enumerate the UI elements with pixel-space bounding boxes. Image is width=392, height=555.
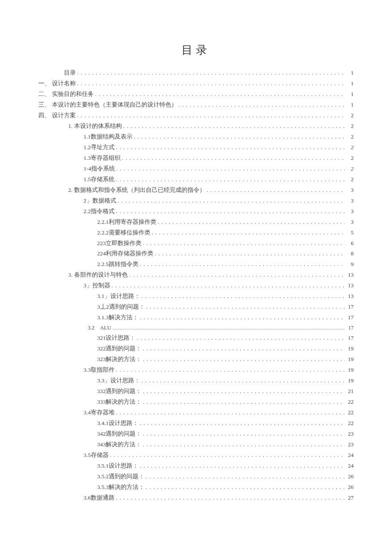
toc-prefix: 3. — [68, 270, 74, 280]
toc-text: 3.1」设计思路： — [97, 291, 140, 302]
toc-entry: 323解决的方法：19 — [38, 354, 354, 365]
toc-entry: 224利用存储器操作类8 — [38, 249, 354, 259]
toc-leader-dots — [116, 206, 345, 217]
toc-prefix: 三、 — [38, 100, 52, 110]
toc-page-number: 1 — [346, 68, 354, 78]
toc-entry: 3.3」设计思路：19 — [38, 376, 354, 386]
toc-text: 223立即数操作类 — [97, 238, 141, 249]
toc-leader-dots — [129, 270, 345, 280]
toc-leader-dots — [122, 153, 345, 164]
toc-text: 1.2寻址方式 — [84, 142, 115, 153]
toc-entry: 一、设计名称1 — [38, 78, 354, 89]
toc-page-number: 22 — [346, 418, 354, 429]
toc-page-number: 1 — [346, 89, 354, 100]
toc-entry: 342遇到的问题：23 — [38, 429, 354, 439]
toc-page-number: 6 — [346, 238, 354, 249]
toc-page-number: 17 — [346, 302, 354, 312]
toc-text: 目录 — [64, 68, 76, 78]
toc-entry: 3.5.3解决的方法：26 — [38, 482, 354, 493]
toc-leader-dots — [116, 164, 345, 174]
toc-leader-dots — [116, 408, 345, 418]
toc-text: 各部件的设计与特色 — [74, 270, 128, 280]
toc-entry: 3.4.1设计思路：22 — [38, 418, 354, 429]
toc-page-number: 8 — [346, 249, 354, 259]
toc-text: 3.3取指部件 — [84, 365, 115, 376]
toc-page-number: 13 — [346, 280, 354, 291]
toc-text: 本设计的主要特色（主要体现自己的设计特色） — [52, 100, 177, 110]
toc-page-number: 19 — [346, 365, 354, 376]
toc-leader-dots — [112, 280, 345, 291]
toc-leader-dots — [77, 110, 345, 121]
toc-leader-dots — [155, 249, 345, 259]
toc-entry: 三、本设计的主要特色（主要体现自己的设计特色）1 — [38, 100, 354, 110]
toc-page-number: 2 — [346, 132, 354, 142]
toc-leader-dots — [116, 142, 345, 153]
toc-text: 3」控制器 — [84, 280, 110, 291]
toc-page-number: 21 — [346, 386, 354, 397]
toc-entry: 3.1.3解决方法：17 — [38, 312, 354, 323]
toc-leader-dots — [146, 302, 345, 312]
toc-page-number: 22 — [346, 397, 354, 408]
toc-entry: 3.3取指部件19 — [38, 365, 354, 376]
toc-page-number: 27 — [346, 493, 354, 503]
page-title: 目录 — [38, 43, 354, 58]
toc-entry: 3.5存储器24 — [38, 450, 354, 461]
toc-text: 322遇到的问题： — [97, 344, 141, 354]
toc-leader-dots — [116, 174, 345, 185]
toc-page-number: 19 — [346, 354, 354, 365]
toc-entry: 2.数据格式和指令系统（列出自己已经完成的指令）3 — [38, 185, 354, 196]
toc-page-number: 3 — [346, 206, 354, 217]
toc-entry: 2.2指令格式3 — [38, 206, 354, 217]
toc-page-number: 3 — [346, 185, 354, 196]
toc-page-number: 2 — [346, 174, 354, 185]
toc-entry: 目录1 — [38, 68, 354, 78]
toc-prefix: 1. — [68, 121, 74, 132]
toc-page-number: 23 — [346, 429, 354, 439]
toc-entry: 1-4指令系统2 — [38, 164, 354, 174]
toc-leader-dots — [137, 333, 345, 344]
toc-leader-dots — [140, 312, 345, 323]
toc-leader-dots — [77, 78, 345, 89]
toc-page-number: 17 — [346, 333, 354, 344]
toc-entry: 2.2.2需要移位操作类5 — [38, 228, 354, 238]
toc-text: 1.1数据结构及表示 — [84, 132, 133, 142]
toc-page-number: 17 — [346, 312, 354, 323]
toc-leader-dots — [140, 259, 345, 270]
toc-entry: 二、实验目的和任务1 — [38, 89, 354, 100]
toc-leader-dots — [152, 228, 345, 238]
toc-leader-dots — [158, 217, 345, 228]
toc-text: 3.5.2遇到的问题： — [97, 471, 144, 482]
toc-text: 3.5.3解决的方法： — [97, 482, 144, 493]
toc-entry: 3.2 ALU17 — [38, 323, 354, 333]
toc-prefix: 四、 — [38, 110, 52, 121]
toc-page-number: 2 — [346, 110, 354, 121]
toc-entry: 2」数据格式3 — [38, 196, 354, 206]
toc-text: 321设计思路： — [97, 333, 135, 344]
toc-prefix: 2. — [68, 185, 74, 196]
toc-leader-dots — [116, 493, 345, 503]
toc-entry: 1.3寄存器组织2 — [38, 153, 354, 164]
toc-text: 本设计的体系结构 — [74, 121, 122, 132]
toc-leader-dots — [141, 291, 345, 302]
toc-entry: 四、设计方案2 — [38, 110, 354, 121]
toc-page-number: 3 — [346, 217, 354, 228]
toc-leader-dots — [143, 344, 345, 354]
toc-text: 323解决的方法： — [97, 354, 141, 365]
toc-leader-dots — [118, 196, 345, 206]
toc-text: 224利用存储器操作类 — [97, 249, 153, 259]
toc-text: 设计名称 — [52, 78, 76, 89]
toc-entry: 1.本设计的体系结构2 — [38, 121, 354, 132]
toc-page-number: 13 — [346, 291, 354, 302]
toc-leader-dots — [95, 89, 345, 100]
toc-page-number: 9 — [346, 259, 354, 270]
toc-text: 2.2.5跳转指令类 — [97, 259, 138, 270]
toc-entry: 223立即数操作类6 — [38, 238, 354, 249]
toc-text: 3.4.1设计思路： — [97, 418, 138, 429]
toc-leader-dots — [77, 68, 345, 78]
toc-leader-dots — [143, 429, 345, 439]
toc-page-number: 13 — [346, 270, 354, 280]
toc-leader-dots — [110, 450, 345, 461]
toc-page-number: 24 — [346, 461, 354, 471]
toc-text: 1.3寄存器组织 — [84, 153, 121, 164]
toc-entry: 3.4寄存器堆22 — [38, 408, 354, 418]
